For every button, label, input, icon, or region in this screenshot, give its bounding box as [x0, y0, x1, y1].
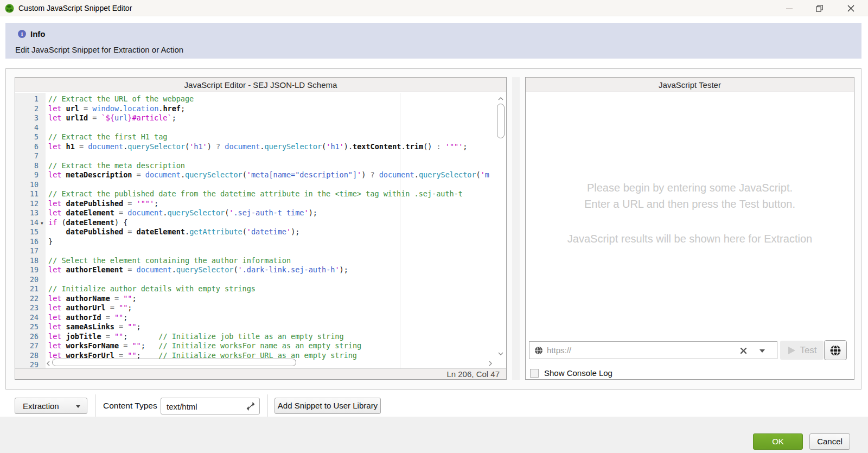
restore-button[interactable]: [810, 0, 828, 16]
line-number: 7: [15, 151, 39, 161]
url-input[interactable]: https://: [529, 341, 777, 359]
code-line: 24let authorId = "";: [15, 313, 495, 323]
code-line: 12let datePublished = '""';: [15, 199, 495, 209]
line-number: 3: [15, 113, 39, 123]
browser-button[interactable]: [824, 340, 847, 360]
code-line: 10: [15, 180, 495, 190]
window-title: Custom JavaScript Snippet Editor: [18, 4, 132, 12]
code-line: 27let worksForName = ""; // Initialize w…: [15, 341, 495, 351]
web-globe-icon: [829, 344, 841, 356]
javascript-editor-panel: JavaScript Editor - SEJ JSON-LD Schema 1…: [15, 77, 507, 380]
app-icon: [5, 4, 14, 13]
code-line: 11// Extract the published date from the…: [15, 189, 495, 199]
show-console-row: Show Console Log: [530, 368, 612, 378]
line-number: 17: [15, 246, 39, 256]
url-dropdown-caret[interactable]: [760, 349, 765, 353]
code-line: 8// Extract the meta description: [15, 161, 495, 171]
fold-marker-icon[interactable]: ▾: [40, 219, 44, 228]
vertical-scrollbar[interactable]: [496, 94, 506, 358]
test-button[interactable]: Test: [780, 341, 824, 360]
tester-placeholder-results: JavaScript results will be shown here fo…: [526, 233, 854, 245]
line-number: 12: [15, 199, 39, 209]
code-line: 1// Extract the URL of the webpage: [15, 94, 495, 104]
vertical-scrollbar-thumb[interactable]: [497, 104, 505, 138]
line-number: 23: [15, 303, 39, 313]
line-number: 18: [15, 256, 39, 266]
code-line: 23let authorUrl = "";: [15, 303, 495, 313]
code-line: 21// Initialize author details with empt…: [15, 284, 495, 294]
line-number: 20: [15, 275, 39, 285]
code-line: 2let url = window.location.href;: [15, 104, 495, 114]
line-number: 19: [15, 265, 39, 275]
line-number: 24: [15, 313, 39, 323]
line-number: 21: [15, 284, 39, 294]
horizontal-scrollbar-thumb[interactable]: [52, 359, 296, 366]
toolbar-separator-1: [95, 394, 96, 417]
url-placeholder: https://: [547, 346, 571, 355]
code-line: 18// Select the element containing the a…: [15, 256, 495, 266]
line-number: 2: [15, 104, 39, 114]
code-line: 25let sameAsLinks = "";: [15, 322, 495, 332]
code-line: 13let dateElement = document.querySelect…: [15, 208, 495, 218]
globe-icon: [534, 346, 543, 355]
line-number: 10: [15, 180, 39, 190]
code-line: 15 datePublished = dateElement.getAttrib…: [15, 227, 495, 237]
info-icon: i: [18, 30, 26, 38]
code-line: 3let urlId = `${url}#article`;: [15, 113, 495, 123]
clear-url-icon[interactable]: [740, 347, 747, 354]
content-types-label: Content Types: [103, 401, 157, 411]
line-number: 1: [15, 94, 39, 104]
editor-header: JavaScript Editor - SEJ JSON-LD Schema: [15, 78, 506, 92]
code-line: 17: [15, 246, 495, 256]
panel-splitter[interactable]: [512, 77, 520, 380]
code-line: 19let authorElement = document.querySele…: [15, 265, 495, 275]
toolbar-separator-2: [267, 394, 268, 417]
show-console-checkbox[interactable]: [530, 369, 539, 378]
cancel-button[interactable]: Cancel: [809, 433, 850, 450]
close-button[interactable]: [841, 0, 860, 16]
line-number: 8: [15, 161, 39, 171]
cursor-position: Ln 206, Col 47: [446, 369, 500, 379]
info-banner: i Info Edit JavaScript Snippet for Extra…: [5, 23, 861, 59]
expand-icon[interactable]: [246, 402, 255, 411]
code-line: 26let jobTitle = ""; // Initialize job t…: [15, 332, 495, 342]
line-number: 6: [15, 142, 39, 152]
code-line: 5// Extract the first H1 tag: [15, 132, 495, 142]
ok-button[interactable]: OK: [753, 433, 803, 450]
add-snippet-button[interactable]: Add Snippet to User Library: [275, 398, 381, 414]
code-line: 22let authorName = "";: [15, 294, 495, 304]
tester-results-area: Please begin by entering some JavaScript…: [526, 93, 854, 379]
content-types-input[interactable]: text/html: [161, 398, 260, 414]
code-line: 6let h1 = document.querySelector('h1') ?…: [15, 142, 495, 152]
line-number: 4: [15, 123, 39, 133]
code-line: 7: [15, 151, 495, 161]
line-number: 14: [15, 218, 39, 228]
show-console-label: Show Console Log: [544, 368, 612, 378]
line-number: 16: [15, 237, 39, 247]
code-line: 9let metaDescription = document.querySel…: [15, 170, 495, 180]
line-number: 9: [15, 170, 39, 180]
tester-placeholder: Please begin by entering some JavaScript…: [526, 180, 854, 212]
line-number: 29: [15, 360, 39, 368]
minimize-button[interactable]: [780, 0, 799, 16]
code-line: 20: [15, 275, 495, 285]
line-number: 25: [15, 322, 39, 332]
line-number: 5: [15, 132, 39, 142]
horizontal-scrollbar[interactable]: [46, 359, 493, 367]
editor-statusbar: Ln 206, Col 47: [15, 368, 506, 379]
dropdown-caret-icon: [76, 405, 80, 408]
line-number: 27: [15, 341, 39, 351]
line-number: 26: [15, 332, 39, 342]
javascript-tester-panel: JavaScript Tester Please begin by enteri…: [525, 77, 854, 380]
titlebar: Custom JavaScript Snippet Editor: [0, 0, 868, 16]
code-line: 4: [15, 123, 495, 133]
tester-header: JavaScript Tester: [526, 78, 854, 92]
line-number: 28: [15, 351, 39, 361]
code-editor[interactable]: 1// Extract the URL of the webpage2let u…: [15, 93, 506, 368]
line-number: 11: [15, 189, 39, 199]
code-line: 14▾if (dateElement) {: [15, 218, 495, 228]
info-banner-title: Info: [30, 29, 46, 39]
code-line: 16}: [15, 237, 495, 247]
snippet-type-dropdown[interactable]: Extraction: [15, 398, 87, 414]
line-number: 13: [15, 208, 39, 218]
